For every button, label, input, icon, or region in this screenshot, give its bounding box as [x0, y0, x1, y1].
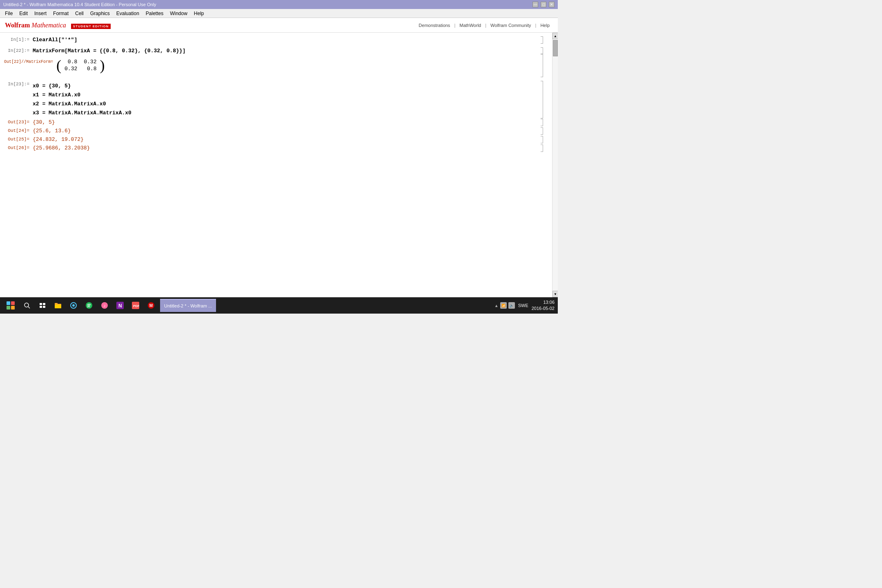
student-edition-badge: STUDENT EDITION [71, 24, 111, 29]
menu-help[interactable]: Help [191, 10, 207, 17]
chevron-up-icon[interactable]: ▲ [494, 303, 499, 308]
cell-2-label: In[22]:= [4, 48, 33, 53]
cell-3-matrix: ( 0.8 0.32 0.32 0.8 ) [56, 56, 544, 75]
menu-bar: File Edit Insert Format Cell Graphics Ev… [0, 9, 558, 18]
help-link[interactable]: Help [537, 23, 553, 28]
cell-8-bracket [541, 145, 543, 152]
pdf-button[interactable]: PDF [129, 299, 142, 312]
cell-1-code[interactable]: ClearAll["'*"] [33, 37, 544, 43]
matrix-paren-right: ) [100, 58, 105, 73]
matrix-display: ( 0.8 0.32 0.32 0.8 ) [56, 57, 105, 74]
wolfram-text: Wolfram [5, 22, 30, 29]
taskbar-right: ▲ 📶 🔊 SWE 13:06 2016-05-02 [494, 299, 555, 312]
cell-4-line-2: x1 = MatrixA.x0 [33, 91, 544, 100]
cell-4-line-4: x3 = MatrixA.MatrixA.MatrixA.x0 [33, 109, 544, 118]
spotify-button[interactable] [82, 299, 96, 312]
cell-7-label: Out[25]= [4, 136, 33, 142]
cell-5-label: Out[23]= [4, 119, 33, 125]
wolfram-community-link[interactable]: Wolfram Community [487, 23, 534, 28]
scroll-thumb[interactable] [553, 40, 558, 56]
itunes-button[interactable]: ♪ [98, 299, 111, 312]
mathworld-link[interactable]: MathWorld [456, 23, 484, 28]
cell-7: Out[25]= {24.832, 19.072} [4, 136, 544, 143]
svg-rect-8 [55, 303, 58, 305]
cell-2[interactable]: In[22]:= MatrixForm[MatrixA = {{0.8, 0.3… [4, 48, 544, 54]
wolfram-logo: Wolfram Mathematica STUDENT EDITION [5, 22, 111, 29]
svg-point-0 [24, 303, 29, 307]
cell-4-code[interactable]: x0 = {30, 5} x1 = MatrixA.x0 x2 = Matrix… [33, 82, 544, 118]
windows-logo [7, 301, 15, 310]
notebook-scrollbar[interactable]: ▲ ▼ [552, 33, 558, 297]
cell-3-bracket [541, 53, 543, 77]
svg-rect-4 [40, 306, 42, 308]
notebook-area[interactable]: In[1]:= ClearAll["'*"] In[22]:= MatrixFo… [0, 33, 558, 297]
cell-4-line-3: x2 = MatrixA.MatrixA.x0 [33, 100, 544, 109]
menu-graphics[interactable]: Graphics [87, 10, 113, 17]
search-icon [24, 302, 30, 309]
svg-line-1 [28, 307, 30, 308]
svg-text:♪: ♪ [104, 303, 106, 308]
menu-format[interactable]: Format [50, 10, 72, 17]
browser-icon [70, 302, 77, 309]
browser-button[interactable] [67, 299, 80, 312]
menu-palettes[interactable]: Palettes [143, 10, 167, 17]
cell-8-label: Out[26]= [4, 145, 33, 150]
mathematica-text: Mathematica [31, 22, 66, 29]
demonstrations-link[interactable]: Demonstrations [415, 23, 453, 28]
start-button[interactable] [3, 299, 18, 312]
task-view-button[interactable] [36, 299, 49, 312]
spotify-icon [85, 302, 93, 309]
menu-edit[interactable]: Edit [16, 10, 31, 17]
search-button[interactable] [20, 299, 33, 312]
volume-icon: 🔊 [508, 302, 515, 309]
maximize-button[interactable]: ◻ [541, 2, 546, 7]
window-title: Untitled-2 * - Wolfram Mathematica 10.4 … [3, 2, 156, 7]
cell-5-bracket [541, 119, 543, 126]
onenote-button[interactable]: N [114, 299, 127, 312]
cell-4-bracket [541, 81, 543, 118]
matrix-body: 0.8 0.32 0.32 0.8 [61, 57, 100, 74]
scroll-down-button[interactable]: ▼ [552, 291, 558, 297]
cell-5-value: {30, 5} [33, 119, 544, 125]
menu-cell[interactable]: Cell [72, 10, 87, 17]
pdf-icon: PDF [132, 302, 139, 309]
svg-text:M: M [149, 303, 153, 308]
matrix-r2c2: 0.8 [84, 66, 96, 72]
file-explorer-button[interactable] [51, 299, 65, 312]
scroll-up-button[interactable]: ▲ [552, 33, 558, 39]
menu-insert[interactable]: Insert [31, 10, 50, 17]
cell-1[interactable]: In[1]:= ClearAll["'*"] [4, 37, 544, 43]
cell-1-bracket [541, 36, 543, 44]
itunes-icon: ♪ [101, 302, 108, 309]
cell-7-value: {24.832, 19.072} [33, 136, 544, 143]
cell-4[interactable]: In[23]:= x0 = {30, 5} x1 = MatrixA.x0 x2… [4, 82, 544, 118]
menu-window[interactable]: Window [167, 10, 191, 17]
top-links: Demonstrations | MathWorld | Wolfram Com… [415, 23, 553, 28]
cell-6: Out[24]= {25.6, 13.6} [4, 128, 544, 134]
svg-rect-2 [40, 303, 42, 305]
cell-2-code[interactable]: MatrixForm[MatrixA = {{0.8, 0.32}, {0.32… [33, 48, 544, 54]
language-indicator: SWE [518, 303, 528, 308]
matrix-paren-left: ( [56, 58, 61, 73]
cell-6-label: Out[24]= [4, 128, 33, 133]
matrix-r1c1: 0.8 [65, 59, 77, 65]
menu-evaluation[interactable]: Evaluation [113, 10, 143, 17]
svg-text:PDF: PDF [133, 304, 139, 308]
cell-3-label: Out[22]//MatrixForm= [4, 56, 56, 64]
menu-file[interactable]: File [2, 10, 16, 17]
mathematica-icon: M [147, 302, 155, 309]
cell-3-output: Out[22]//MatrixForm= ( 0.8 0.32 0.32 0.8… [4, 56, 544, 75]
cell-7-bracket [541, 136, 543, 143]
cell-6-value: {25.6, 13.6} [33, 128, 544, 134]
mathematica-taskbar-button[interactable]: M [145, 299, 158, 312]
cell-6-bracket [541, 127, 543, 135]
close-button[interactable]: ✕ [549, 2, 555, 7]
cell-4-line-1: x0 = {30, 5} [33, 82, 544, 91]
cell-5: Out[23]= {30, 5} [4, 119, 544, 125]
system-tray: ▲ 📶 🔊 [494, 302, 515, 309]
active-app-button[interactable]: Untitled-2 * - Wolfram ... [160, 299, 216, 312]
title-controls: — ◻ ✕ [532, 2, 555, 7]
title-bar: Untitled-2 * - Wolfram Mathematica 10.4 … [0, 0, 558, 9]
logo-bar: Wolfram Mathematica STUDENT EDITION Demo… [0, 18, 558, 33]
minimize-button[interactable]: — [532, 2, 538, 7]
